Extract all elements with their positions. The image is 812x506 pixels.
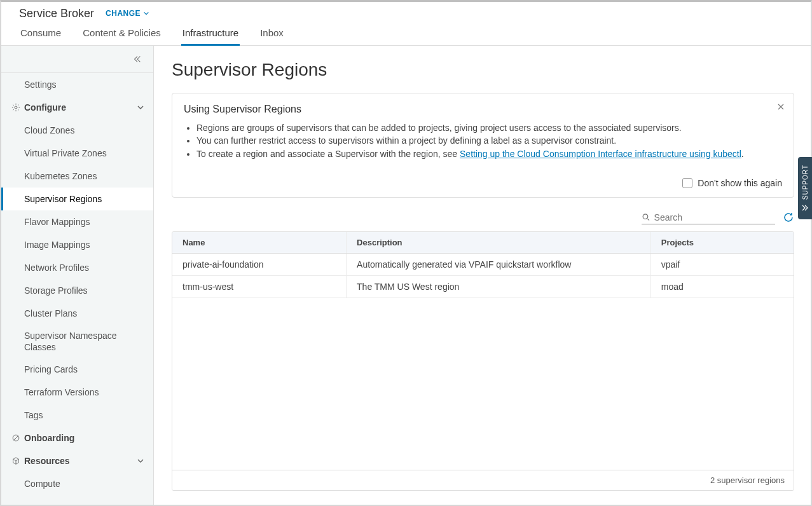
sidebar-item-label: Compute xyxy=(24,479,60,489)
table-toolbar xyxy=(172,212,794,225)
info-bullet-text: To create a region and associate a Super… xyxy=(196,149,460,159)
sidebar-item-pricing-cards[interactable]: Pricing Cards xyxy=(1,358,153,381)
sidebar-item-compute[interactable]: Compute xyxy=(1,472,153,495)
info-bullet: To create a region and associate a Super… xyxy=(196,147,782,160)
sidebar-item-label: Flavor Mappings xyxy=(24,217,90,227)
sidebar-group-label: Resources xyxy=(24,456,70,466)
sidebar-group-onboarding[interactable]: Onboarding xyxy=(1,427,153,449)
support-tab[interactable]: SUPPORT xyxy=(798,157,812,219)
sidebar-item-settings[interactable]: Settings xyxy=(1,73,153,96)
sidebar-item-label: Supervisor Namespace Classes xyxy=(24,330,144,353)
sidebar-group-label: Configure xyxy=(24,102,66,113)
info-bullet: Regions are groups of supervisors that c… xyxy=(196,121,782,134)
cell-description: The TMM US West region xyxy=(347,275,651,297)
cell-projects: vpaif xyxy=(650,253,794,275)
column-header[interactable]: Description xyxy=(347,232,651,254)
sidebar-item-label: Settings xyxy=(24,79,57,90)
dont-show-checkbox[interactable] xyxy=(682,178,692,188)
sidebar-item-label: Storage Profiles xyxy=(24,285,88,296)
column-header[interactable]: Name xyxy=(172,232,347,254)
info-bullet-text: . xyxy=(741,149,744,159)
sidebar-group-resources[interactable]: Resources xyxy=(1,449,153,472)
cell-projects: moad xyxy=(650,275,794,297)
regions-table: NameDescriptionProjects private-ai-found… xyxy=(172,231,794,491)
sidebar-item-cluster-plans[interactable]: Cluster Plans xyxy=(1,302,153,325)
tab-consume[interactable]: Consume xyxy=(19,22,62,46)
sidebar: Settings Configure Cloud ZonesVirtual Pr… xyxy=(1,46,154,505)
sidebar-item-virtual-private-zones[interactable]: Virtual Private Zones xyxy=(1,142,153,165)
tab-content-policies[interactable]: Content & Policies xyxy=(81,22,162,46)
tab-inbox[interactable]: Inbox xyxy=(259,22,285,46)
dont-show-label: Don't show this again xyxy=(698,178,782,188)
sidebar-item-image-mappings[interactable]: Image Mappings xyxy=(1,233,153,256)
refresh-icon xyxy=(783,212,794,223)
chevron-down-icon xyxy=(137,457,144,465)
sidebar-item-network-profiles[interactable]: Network Profiles xyxy=(1,256,153,279)
sidebar-item-label: Supervisor Regions xyxy=(24,194,102,204)
info-card-title: Using Supervisor Regions xyxy=(184,104,782,115)
double-chevron-left-icon xyxy=(133,55,142,64)
sidebar-item-storage-profiles[interactable]: Storage Profiles xyxy=(1,279,153,302)
double-chevron-left-icon xyxy=(801,204,809,212)
sidebar-group-configure[interactable]: Configure xyxy=(1,96,153,119)
sidebar-item-supervisor-regions[interactable]: Supervisor Regions xyxy=(1,188,153,210)
cell-name: tmm-us-west xyxy=(172,275,347,297)
chevron-down-icon xyxy=(137,104,144,111)
info-card: Using Supervisor Regions Regions are gro… xyxy=(172,93,794,198)
sidebar-item-label: Network Profiles xyxy=(24,263,89,273)
close-button[interactable] xyxy=(777,102,785,113)
info-bullet: You can further restrict access to super… xyxy=(196,134,782,147)
column-header[interactable]: Projects xyxy=(650,232,794,254)
support-label: SUPPORT xyxy=(802,165,809,200)
sidebar-group-label: Onboarding xyxy=(24,433,74,443)
chevron-down-icon xyxy=(143,10,149,17)
sidebar-item-label: Image Mappings xyxy=(24,240,90,250)
sidebar-item-label: Terraform Versions xyxy=(24,387,99,397)
cell-description: Automatically generated via VPAIF quicks… xyxy=(347,253,651,275)
change-label: CHANGE xyxy=(106,9,141,18)
sidebar-item-label: Pricing Cards xyxy=(24,364,78,374)
svg-point-0 xyxy=(15,106,17,109)
search-input[interactable] xyxy=(654,212,775,222)
sidebar-item-supervisor-namespace-classes[interactable]: Supervisor Namespace Classes xyxy=(1,325,153,358)
disabled-icon xyxy=(10,434,22,442)
close-icon xyxy=(777,103,785,111)
refresh-button[interactable] xyxy=(783,212,794,225)
sidebar-item-kubernetes-zones[interactable]: Kubernetes Zones xyxy=(1,165,153,188)
search-field[interactable] xyxy=(642,212,775,224)
sidebar-item-tags[interactable]: Tags xyxy=(1,404,153,427)
app-title: Service Broker xyxy=(19,7,94,20)
sidebar-item-label: Cluster Plans xyxy=(24,308,77,318)
main-content: Supervisor Regions Using Supervisor Regi… xyxy=(154,46,811,505)
page-title: Supervisor Regions xyxy=(172,60,794,80)
sidebar-item-terraform-versions[interactable]: Terraform Versions xyxy=(1,381,153,404)
svg-point-2 xyxy=(643,214,648,219)
app-header: Service Broker CHANGE ConsumeContent & P… xyxy=(1,2,811,46)
info-card-list: Regions are groups of supervisors that c… xyxy=(184,121,782,160)
cell-name: private-ai-foundation xyxy=(172,253,347,275)
tab-infrastructure[interactable]: Infrastructure xyxy=(181,22,240,46)
gear-icon xyxy=(10,103,22,112)
table-row[interactable]: private-ai-foundationAutomatically gener… xyxy=(172,253,794,275)
info-link[interactable]: Setting up the Cloud Consumption Interfa… xyxy=(460,149,741,159)
main-tabs: ConsumeContent & PoliciesInfrastructureI… xyxy=(19,21,811,46)
sidebar-item-label: Cloud Zones xyxy=(24,125,74,135)
sidebar-item-cloud-zones[interactable]: Cloud Zones xyxy=(1,119,153,142)
sidebar-collapse-button[interactable] xyxy=(1,46,153,73)
cube-icon xyxy=(10,456,22,465)
sidebar-item-flavor-mappings[interactable]: Flavor Mappings xyxy=(1,210,153,233)
search-icon xyxy=(642,212,650,222)
change-app-link[interactable]: CHANGE xyxy=(106,9,149,18)
table-row[interactable]: tmm-us-westThe TMM US West regionmoad xyxy=(172,275,794,297)
sidebar-item-label: Kubernetes Zones xyxy=(24,171,97,181)
table-footer: 2 supervisor regions xyxy=(172,470,794,490)
sidebar-item-label: Tags xyxy=(24,410,43,420)
sidebar-item-label: Virtual Private Zones xyxy=(24,148,107,158)
